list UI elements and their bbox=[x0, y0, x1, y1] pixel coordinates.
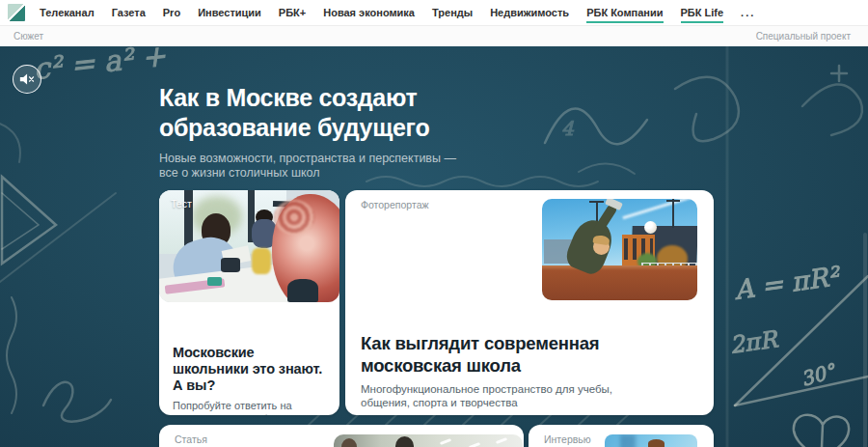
nav-item-investments[interactable]: Инвестиции bbox=[198, 2, 261, 23]
top-navbar: Телеканал Газета Pro Инвестиции РБК+ Нов… bbox=[0, 0, 868, 26]
card-photoreport-image bbox=[542, 199, 697, 300]
muted-speaker-icon bbox=[19, 72, 36, 86]
card-interview[interactable]: Интервью bbox=[529, 425, 714, 447]
chalk-triangle-ruler bbox=[2, 177, 56, 264]
chalk-formula-pythagoras: c² = a² + bbox=[32, 46, 168, 86]
chalk-formula-area: A = πR² bbox=[732, 261, 844, 305]
sub-bar: Сюжет Специальный проект bbox=[0, 26, 868, 46]
page-subtitle: Новые возможности, пространства и перспе… bbox=[159, 152, 456, 181]
nav-item-realty[interactable]: Недвижимость bbox=[490, 2, 569, 23]
nav-item-new-economy[interactable]: Новая экономика bbox=[323, 2, 415, 23]
nav-item-trends[interactable]: Тренды bbox=[432, 2, 473, 23]
card-tag: Тест bbox=[171, 198, 192, 210]
page-title: Как в Москве создают образование будущег… bbox=[159, 83, 456, 143]
nav-item-rbc-companies[interactable]: РБК Компании bbox=[586, 2, 663, 23]
main-nav: Телеканал Газета Pro Инвестиции РБК+ Нов… bbox=[40, 2, 755, 23]
chalk-angle-label: 30° bbox=[799, 358, 840, 390]
card-tag: Интервью bbox=[544, 433, 591, 445]
rbc-logo-icon[interactable] bbox=[8, 4, 25, 21]
card-description: Многофункциональное пространство для уче… bbox=[361, 382, 650, 409]
hero-text-block: Как в Москве создают образование будущег… bbox=[159, 83, 456, 181]
card-title: Как выглядит современная московская школ… bbox=[361, 332, 689, 377]
nav-more-dots-icon[interactable]: ... bbox=[741, 2, 755, 23]
cards-grid: Тест Московские школьники это знают. А в… bbox=[159, 190, 714, 447]
nav-item-rbc-life[interactable]: РБК Life bbox=[681, 2, 724, 23]
card-test-image: Тест bbox=[159, 190, 339, 302]
card-interview-image bbox=[605, 434, 697, 447]
card-description: Попробуйте ответить на вопросы ЕГЭ и наб… bbox=[173, 400, 326, 415]
nav-item-pro[interactable]: Pro bbox=[163, 2, 180, 23]
card-article[interactable]: Статья bbox=[159, 425, 524, 447]
card-tag: Фоторепортаж bbox=[361, 199, 429, 210]
nav-item-rbc-plus[interactable]: РБК+ bbox=[279, 2, 306, 23]
svg-text:4: 4 bbox=[561, 117, 574, 140]
special-project-label: Специальный проект bbox=[756, 31, 851, 42]
card-title: Московские школьники это знают. А вы? bbox=[173, 345, 326, 394]
nav-item-newspaper[interactable]: Газета bbox=[112, 2, 146, 23]
card-test[interactable]: Тест Московские школьники это знают. А в… bbox=[159, 190, 339, 415]
card-photoreport[interactable]: Фоторепортаж Как выглядит современная мо… bbox=[345, 190, 714, 415]
story-label: Сюжет bbox=[14, 31, 43, 42]
mute-button[interactable] bbox=[13, 65, 41, 94]
card-article-image bbox=[334, 434, 523, 447]
card-tag: Статья bbox=[175, 433, 207, 445]
nav-item-tv[interactable]: Телеканал bbox=[40, 2, 95, 23]
hero-chalkboard: c² = a² + 4 A = πR² 2πR 30° bbox=[0, 46, 868, 447]
chalk-formula-circumference: 2πR bbox=[728, 325, 780, 359]
chalk-heart bbox=[794, 415, 849, 447]
